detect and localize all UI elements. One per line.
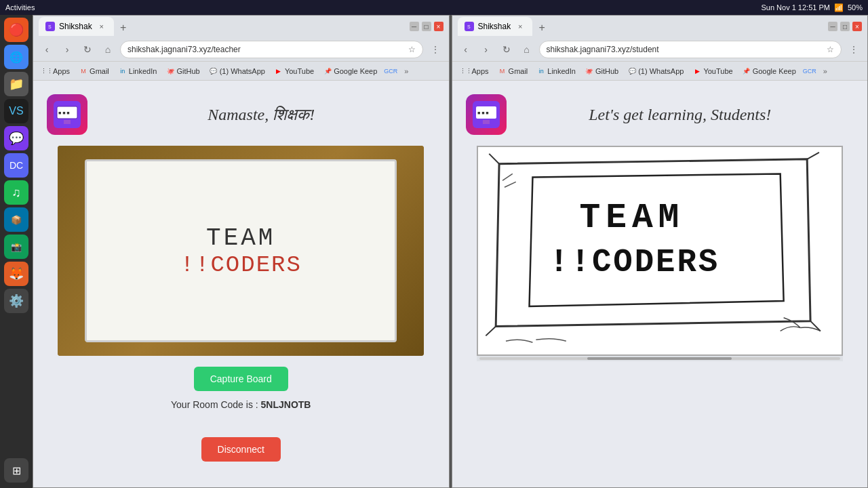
left-back-btn[interactable]: ‹ xyxy=(39,41,55,58)
sidebar-icon-chrome[interactable]: 🌐 xyxy=(4,45,28,69)
left-new-tab[interactable]: + xyxy=(115,20,132,36)
left-bm-whatsapp[interactable]: 💬 (1) WhatsApp xyxy=(205,66,269,77)
disconnect-button[interactable]: Disconnect xyxy=(201,437,281,462)
left-close-btn[interactable]: × xyxy=(434,22,443,31)
left-home-btn[interactable]: ⌂ xyxy=(100,41,116,58)
browsers-container: S Shikshak × + ─ □ × ‹ › ↻ ⌂ xyxy=(33,15,868,488)
left-bm-github-icon: 🐙 xyxy=(166,67,174,75)
right-bm-apps-label: Apps xyxy=(472,67,489,75)
room-code-value: 5NLJNOTB xyxy=(261,399,311,410)
right-bm-linkedin[interactable]: in LinkedIn xyxy=(533,66,580,77)
right-url-icons: ☆ xyxy=(827,45,834,54)
svg-rect-6 xyxy=(64,120,71,124)
sidebar-icon-discord[interactable]: DC xyxy=(4,153,28,178)
left-extensions-btn[interactable]: ⋮ xyxy=(427,41,443,58)
svg-text:■ ■ ■: ■ ■ ■ xyxy=(477,110,489,115)
left-bm-whatsapp-icon: 💬 xyxy=(210,67,218,75)
left-bm-gmail[interactable]: M Gmail xyxy=(75,66,113,77)
right-extensions-btn[interactable]: ⋮ xyxy=(846,41,862,58)
right-bookmarks-bar: ⋮⋮ Apps M Gmail in LinkedIn 🐙 GitHub 💬 xyxy=(452,62,868,81)
right-bm-gcr[interactable]: GCR xyxy=(802,66,818,77)
right-bm-whatsapp[interactable]: 💬 (1) WhatsApp xyxy=(624,66,688,77)
sidebar-icon-screenshot[interactable]: 📸 xyxy=(4,235,28,259)
sidebar-icon-settings[interactable]: ⚙️ xyxy=(4,289,28,313)
sidebar-icon-spotify[interactable]: ♫ xyxy=(4,180,28,205)
left-tab-bar: S Shikshak × + xyxy=(39,17,406,36)
right-bm-gmail[interactable]: M Gmail xyxy=(494,66,532,77)
left-maximize-btn[interactable]: □ xyxy=(422,22,431,31)
room-code-container: Your Room Code is : 5NLJNOTB xyxy=(171,399,311,410)
left-bm-youtube[interactable]: ▶ YouTube xyxy=(271,66,318,77)
sidebar-icon-virtualbox[interactable]: 📦 xyxy=(4,207,28,232)
sidebar-grid-icon[interactable]: ⊞ xyxy=(4,458,28,483)
left-app-header: ■ ■ ■ Namaste, शिक्षक! xyxy=(47,94,435,135)
left-bm-gmail-icon: M xyxy=(79,67,87,75)
left-bm-github[interactable]: 🐙 GitHub xyxy=(162,66,203,77)
left-bm-whatsapp-label: (1) WhatsApp xyxy=(220,67,265,75)
left-tab-favicon: S xyxy=(45,22,55,31)
left-url-icons: ☆ xyxy=(408,45,416,54)
left-bm-linkedin[interactable]: in LinkedIn xyxy=(115,66,161,77)
right-bm-youtube-icon: ▶ xyxy=(693,67,701,75)
left-forward-btn[interactable]: › xyxy=(59,41,75,58)
right-bm-gkeep-icon: 📌 xyxy=(743,67,751,75)
left-minimize-btn[interactable]: ─ xyxy=(410,22,419,31)
sidebar-icon-ubuntu[interactable]: 🔴 xyxy=(4,18,28,42)
right-reload-btn[interactable]: ↻ xyxy=(498,41,515,58)
right-star-icon[interactable]: ☆ xyxy=(827,45,834,54)
right-url-bar[interactable]: shikshak.jagnani73.xyz/student ☆ xyxy=(539,41,842,58)
left-bm-more[interactable]: » xyxy=(401,66,411,77)
left-bm-linkedin-label: LinkedIn xyxy=(129,67,157,75)
right-tab-favicon: S xyxy=(465,22,474,31)
svg-text:!!CODERS: !!CODERS xyxy=(549,245,719,281)
right-new-tab[interactable]: + xyxy=(534,20,550,36)
right-tab-active[interactable]: S Shikshak × xyxy=(458,17,533,36)
activities-label[interactable]: Activities xyxy=(5,3,35,12)
left-reload-btn[interactable]: ↻ xyxy=(79,41,96,58)
left-bm-gcr[interactable]: GCR xyxy=(382,66,399,77)
datetime-label: Sun Nov 1 12:51 PM xyxy=(761,3,830,12)
right-url-text: shikshak.jagnani73.xyz/student xyxy=(547,45,827,54)
right-tab-close[interactable]: × xyxy=(515,21,526,32)
right-maximize-btn[interactable]: □ xyxy=(840,22,850,31)
right-close-btn[interactable]: × xyxy=(852,22,862,31)
sidebar-icon-slack[interactable]: 💬 xyxy=(4,126,28,150)
right-scroll-thumb[interactable] xyxy=(587,357,732,360)
left-app-logo: ■ ■ ■ xyxy=(47,94,87,135)
svg-text:S: S xyxy=(467,24,471,29)
left-window-controls: ─ □ × xyxy=(410,22,443,31)
left-url-bar[interactable]: shikshak.jagnani73.xyz/teacher ☆ xyxy=(120,41,423,58)
right-bm-linkedin-label: LinkedIn xyxy=(547,67,576,75)
right-bm-apps[interactable]: ⋮⋮ Apps xyxy=(458,66,493,77)
right-bm-gmail-icon: M xyxy=(498,67,507,75)
left-bm-apps-icon: ⋮⋮ xyxy=(43,67,51,75)
left-bm-linkedin-icon: in xyxy=(119,67,127,75)
right-app-logo: ■ ■ ■ xyxy=(466,94,507,135)
right-home-btn[interactable]: ⌂ xyxy=(519,41,535,58)
left-tab-close[interactable]: × xyxy=(96,21,107,32)
right-minimize-btn[interactable]: ─ xyxy=(828,22,837,31)
system-bar-right: Sun Nov 1 12:51 PM 📶 50% xyxy=(761,3,863,12)
right-page-content: ■ ■ ■ Let's get learning, Students! xyxy=(452,81,868,487)
right-scroll-track[interactable] xyxy=(479,357,840,360)
right-forward-btn[interactable]: › xyxy=(478,41,494,58)
left-browser: S Shikshak × + ─ □ × ‹ › ↻ ⌂ xyxy=(33,15,450,488)
left-star-icon[interactable]: ☆ xyxy=(408,45,416,54)
left-page-title: Namaste, शिक्षक! xyxy=(87,106,435,124)
left-tab-active[interactable]: S Shikshak × xyxy=(39,17,114,36)
sidebar-icon-vscode[interactable]: VS xyxy=(4,99,28,123)
system-bar-left: Activities xyxy=(5,3,35,12)
right-bm-github[interactable]: 🐙 GitHub xyxy=(581,66,623,77)
left-page-content: ■ ■ ■ Namaste, शिक्षक! TEAM !!CODERS Cap… xyxy=(33,81,449,487)
left-bm-apps[interactable]: ⋮⋮ Apps xyxy=(39,66,74,77)
sidebar-icon-files[interactable]: 📁 xyxy=(4,72,28,96)
right-back-btn[interactable]: ‹ xyxy=(458,41,474,58)
capture-board-button[interactable]: Capture Board xyxy=(194,367,288,391)
right-scroll-area xyxy=(477,356,843,361)
right-bm-more[interactable]: » xyxy=(821,66,830,77)
right-whiteboard-area: TEAM !!CODERS xyxy=(477,146,843,356)
right-bm-youtube[interactable]: ▶ YouTube xyxy=(689,66,736,77)
left-bm-gkeep[interactable]: 📌 Google Keep xyxy=(319,66,381,77)
right-bm-gkeep[interactable]: 📌 Google Keep xyxy=(738,66,800,77)
sidebar-icon-firefox[interactable]: 🦊 xyxy=(4,262,28,286)
